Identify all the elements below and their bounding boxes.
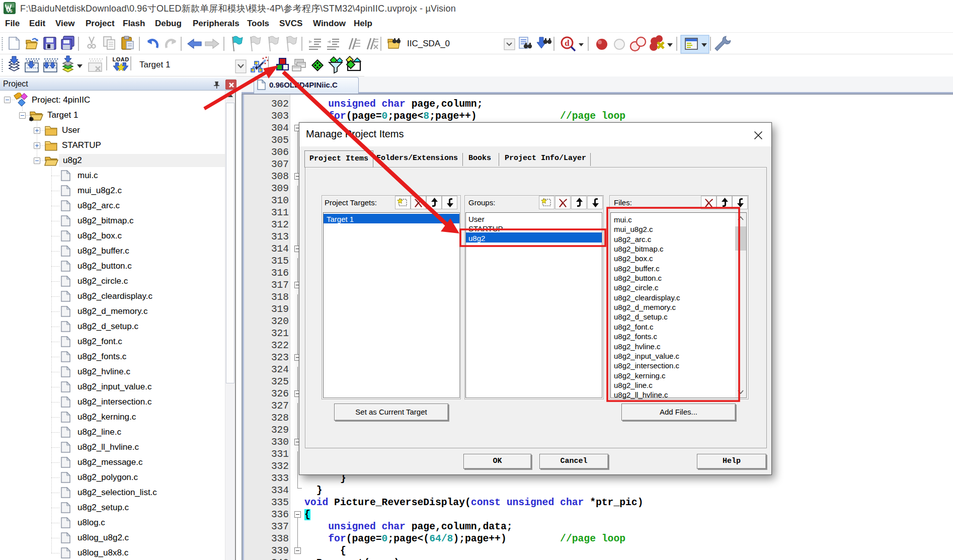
svg-text:d: d — [565, 38, 570, 48]
svg-text:LOAD: LOAD — [112, 56, 129, 62]
